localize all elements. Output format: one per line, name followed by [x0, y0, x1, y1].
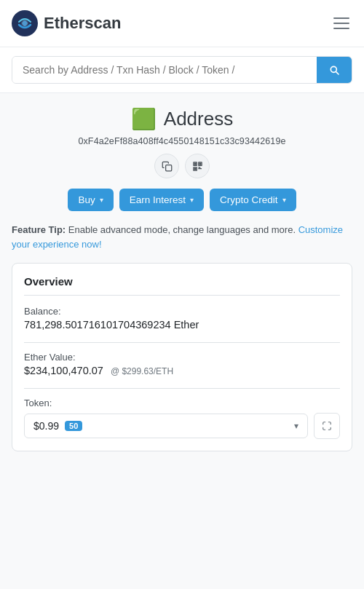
- token-select-dropdown[interactable]: $0.99 50 ▾: [24, 414, 308, 438]
- overview-card: Overview Balance: 781,298.50171610170436…: [12, 263, 352, 451]
- hamburger-line-3: [333, 28, 349, 29]
- search-icon: [328, 64, 340, 76]
- svg-rect-8: [194, 168, 196, 170]
- expand-icon: [322, 421, 332, 431]
- balance-row: Balance: 781,298.501716101704369234 Ethe…: [24, 306, 340, 331]
- token-select-wrapper: $0.99 50 ▾: [24, 413, 340, 439]
- address-avatar-icon: 🟩: [131, 109, 157, 130]
- address-action-buttons: [12, 154, 352, 178]
- token-label: Token:: [24, 398, 340, 408]
- token-select-left: $0.99 50: [33, 420, 82, 432]
- feature-tip-text: Enable advanced mode, change languages a…: [66, 224, 296, 235]
- svg-rect-2: [165, 165, 171, 170]
- address-section: 🟩 Address 0xF4a2eFf88a408ff4c4550148151c…: [12, 108, 352, 211]
- svg-rect-6: [194, 163, 196, 165]
- buy-chevron-icon: ▾: [100, 196, 103, 204]
- buy-button[interactable]: Buy ▾: [68, 189, 113, 211]
- action-buttons-row: Buy ▾ Earn Interest ▾ Crypto Credit ▾: [12, 189, 352, 211]
- divider-2: [24, 388, 340, 389]
- token-count-badge: 50: [65, 421, 82, 431]
- logo-area: Etherscan: [12, 10, 121, 36]
- ether-value-label: Ether Value:: [24, 352, 340, 363]
- ether-rate: @ $299.63/ETH: [111, 366, 173, 376]
- ether-value-display: $234,100,470.07 @ $299.63/ETH: [24, 365, 340, 376]
- token-row: Token: $0.99 50 ▾: [24, 398, 340, 439]
- crypto-credit-button[interactable]: Crypto Credit ▾: [210, 189, 296, 211]
- search-bar: [12, 56, 352, 84]
- token-dropdown-chevron-icon: ▾: [294, 421, 298, 431]
- hamburger-line-2: [333, 23, 349, 24]
- crypto-credit-chevron-icon: ▾: [282, 196, 286, 204]
- token-value-display: $0.99: [33, 420, 59, 432]
- search-button[interactable]: [317, 57, 352, 83]
- svg-point-1: [21, 20, 28, 27]
- address-header: 🟩 Address: [131, 108, 233, 130]
- earn-interest-chevron-icon: ▾: [190, 196, 194, 204]
- ether-value-row: Ether Value: $234,100,470.07 @ $299.63/E…: [24, 352, 340, 376]
- balance-label: Balance:: [24, 306, 340, 317]
- header: Etherscan: [0, 0, 364, 47]
- main-content: 🟩 Address 0xF4a2eFf88a408ff4c4550148151c…: [0, 93, 364, 466]
- ether-value-amount: $234,100,470.07: [24, 365, 103, 376]
- divider-1: [24, 342, 340, 343]
- address-hash: 0xF4a2eFf88a408ff4c4550148151c33c9344261…: [12, 136, 352, 146]
- token-expand-button[interactable]: [314, 413, 340, 439]
- crypto-credit-label: Crypto Credit: [220, 194, 278, 205]
- hamburger-line-1: [333, 17, 349, 19]
- hamburger-menu[interactable]: [331, 15, 352, 32]
- svg-rect-7: [199, 163, 201, 165]
- copy-icon: [162, 161, 173, 172]
- copy-address-button[interactable]: [154, 154, 179, 178]
- feature-tip: Feature Tip: Enable advanced mode, chang…: [12, 223, 352, 251]
- etherscan-logo-icon: [12, 10, 38, 36]
- qr-code-button[interactable]: [185, 154, 210, 178]
- search-section: [0, 47, 364, 93]
- search-input[interactable]: [12, 57, 317, 83]
- earn-interest-label: Earn Interest: [130, 194, 186, 205]
- address-title: Address: [164, 108, 233, 130]
- logo-text: Etherscan: [44, 14, 121, 33]
- earn-interest-button[interactable]: Earn Interest ▾: [119, 189, 204, 211]
- balance-value: 781,298.501716101704369234 Ether: [24, 319, 340, 331]
- overview-title: Overview: [24, 275, 340, 296]
- buy-label: Buy: [78, 194, 95, 205]
- feature-tip-label: Feature Tip:: [12, 224, 66, 235]
- qr-icon: [192, 161, 203, 172]
